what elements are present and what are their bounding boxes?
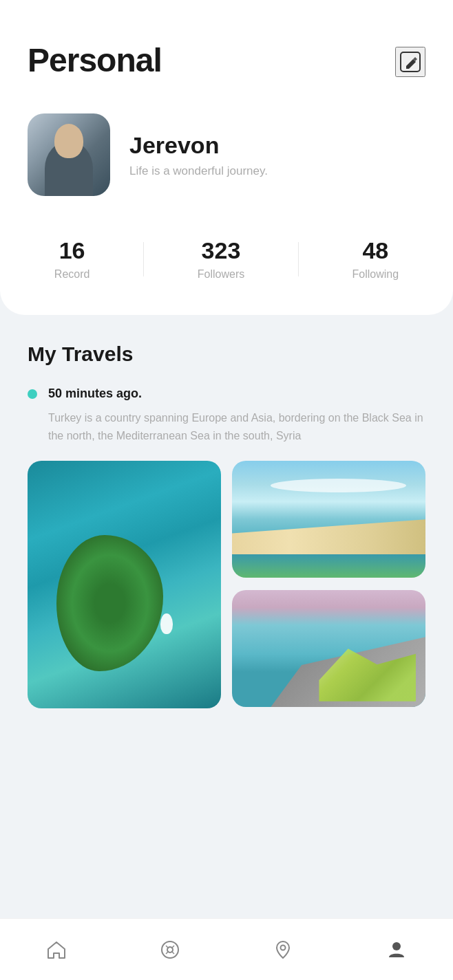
home-icon bbox=[46, 939, 67, 960]
page-title: Personal bbox=[28, 41, 162, 79]
record-count: 16 bbox=[59, 237, 85, 264]
photo-beach bbox=[232, 461, 425, 578]
svg-point-3 bbox=[281, 945, 286, 950]
svg-point-4 bbox=[392, 942, 401, 950]
nav-explore[interactable] bbox=[149, 929, 191, 970]
travel-post: 50 minutes ago. Turkey is a country span… bbox=[28, 386, 425, 708]
following-label: Following bbox=[352, 268, 399, 281]
profile-icon bbox=[386, 939, 407, 960]
stat-followers[interactable]: 323 Followers bbox=[198, 237, 244, 281]
travel-image-small-2[interactable] bbox=[232, 590, 425, 707]
travel-image-small-1[interactable] bbox=[232, 461, 425, 578]
section-title: My Travels bbox=[28, 342, 425, 366]
bottom-nav bbox=[0, 918, 453, 980]
post-description: Turkey is a country spanning Europe and … bbox=[48, 409, 425, 444]
following-count: 48 bbox=[362, 237, 388, 264]
online-dot bbox=[28, 389, 37, 399]
record-label: Record bbox=[54, 268, 90, 281]
explore-icon bbox=[160, 939, 180, 960]
stat-following[interactable]: 48 Following bbox=[352, 237, 399, 281]
profile-row: Jerevon Life is a wonderful journey. bbox=[28, 113, 425, 196]
post-time: 50 minutes ago. bbox=[48, 386, 142, 401]
profile-info: Jerevon Life is a wonderful journey. bbox=[129, 132, 268, 178]
followers-label: Followers bbox=[198, 268, 244, 281]
travels-section: My Travels 50 minutes ago. Turkey is a c… bbox=[0, 315, 453, 708]
stat-divider-2 bbox=[298, 242, 299, 276]
nav-home[interactable] bbox=[36, 929, 77, 970]
stats-row: 16 Record 323 Followers 48 Following bbox=[28, 230, 425, 281]
stat-divider-1 bbox=[143, 242, 144, 276]
image-grid bbox=[28, 461, 425, 708]
stat-record[interactable]: 16 Record bbox=[54, 237, 90, 281]
location-icon bbox=[273, 939, 293, 960]
header-card: Personal Jerevon Life is a wonderful jou… bbox=[0, 0, 453, 315]
edit-button[interactable] bbox=[395, 47, 425, 77]
travel-image-large[interactable] bbox=[28, 461, 221, 708]
photo-village bbox=[232, 590, 425, 707]
header-top: Personal bbox=[28, 41, 425, 79]
post-header: 50 minutes ago. bbox=[28, 386, 425, 401]
nav-location[interactable] bbox=[262, 929, 304, 970]
profile-bio: Life is a wonderful journey. bbox=[129, 164, 268, 178]
nav-profile[interactable] bbox=[376, 929, 417, 970]
svg-point-1 bbox=[162, 941, 178, 958]
followers-count: 323 bbox=[202, 237, 241, 264]
photo-island bbox=[28, 461, 221, 708]
profile-name: Jerevon bbox=[129, 132, 268, 159]
avatar bbox=[28, 113, 110, 196]
